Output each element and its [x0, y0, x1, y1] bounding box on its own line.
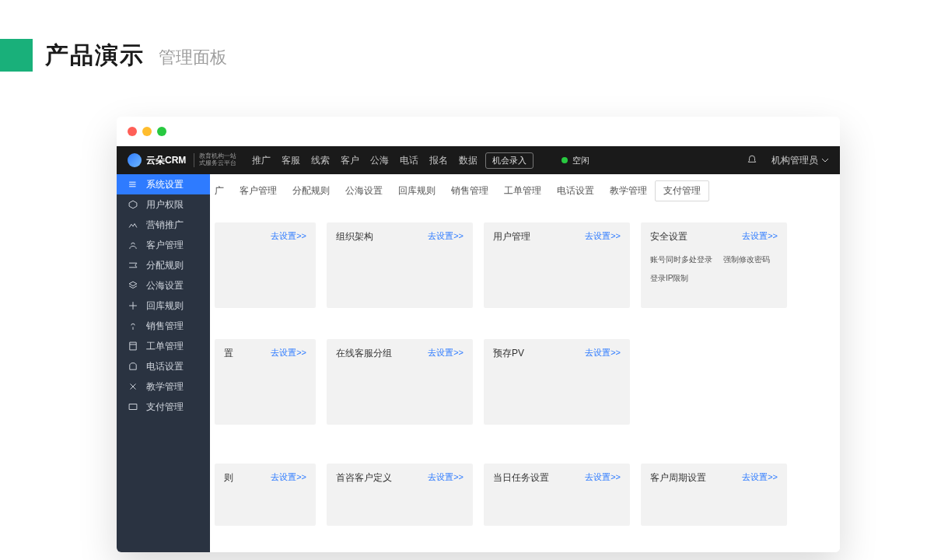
record-button[interactable]: 机会录入 — [485, 152, 533, 169]
sidebar-item-label: 教学管理 — [146, 380, 184, 394]
card-tag: 账号同时多处登录 — [650, 254, 712, 265]
tab-item[interactable]: 公海设置 — [338, 181, 390, 201]
sidebar-item-label: 客户管理 — [146, 239, 184, 252]
card-title: 组织架构 — [336, 230, 373, 243]
user-name: 机构管理员 — [771, 154, 818, 167]
sidebar-item-label: 用户权限 — [146, 198, 184, 212]
go-settings-link[interactable]: 去设置>> — [742, 471, 778, 483]
tab-item[interactable]: 回库规则 — [390, 181, 443, 201]
sidebar-item[interactable]: 电话设置 — [117, 356, 210, 376]
logo-text: 云朵CRM — [146, 154, 186, 167]
tab-item[interactable]: 分配规则 — [285, 181, 338, 201]
tab-row: 广客户管理分配规则公海设置回库规则销售管理工单管理电话设置教学管理支付管理 — [215, 174, 827, 208]
tab-item[interactable]: 客户管理 — [232, 181, 285, 201]
go-settings-link[interactable]: 去设置>> — [271, 347, 306, 359]
sidebar-item[interactable]: 公海设置 — [117, 275, 210, 296]
sidebar-item[interactable]: 支付管理 — [117, 397, 210, 417]
sidebar-item-label: 回库规则 — [146, 299, 184, 313]
sidebar-item-label: 销售管理 — [146, 320, 184, 333]
settings-card: 在线客服分组去设置>> — [327, 339, 473, 425]
sidebar-icon — [128, 219, 138, 230]
tab-item[interactable]: 电话设置 — [549, 181, 602, 201]
topnav-item[interactable]: 公海 — [370, 154, 389, 167]
topnav-item[interactable]: 线索 — [311, 154, 330, 167]
settings-card: 首咨客户定义去设置>> — [327, 464, 473, 526]
sidebar-item[interactable]: 工单管理 — [117, 336, 210, 356]
sidebar-item[interactable]: 系统设置 — [117, 174, 210, 194]
bell-icon[interactable] — [747, 155, 757, 166]
tab-item[interactable]: 支付管理 — [655, 180, 709, 201]
chevron-down-icon — [821, 156, 829, 164]
sidebar-icon — [128, 401, 138, 412]
close-icon[interactable] — [128, 127, 137, 136]
sidebar-icon — [128, 199, 138, 210]
topnav-item[interactable]: 客服 — [282, 154, 300, 167]
sidebar-item[interactable]: 客户管理 — [117, 235, 210, 255]
sidebar-item[interactable]: 教学管理 — [117, 376, 210, 397]
settings-card: 安全设置去设置>>账号同时多处登录强制修改密码登录IP限制 — [641, 222, 787, 308]
page-title: 产品演示 — [45, 40, 145, 72]
user-menu[interactable]: 机构管理员 — [771, 154, 829, 167]
sidebar-icon — [128, 240, 138, 250]
sidebar-icon — [128, 381, 138, 392]
top-bar: 云朵CRM 教育机构一站 式服务云平台 推广客服线索客户公海电话报名数据 机会录… — [117, 146, 840, 174]
card-title: 首咨客户定义 — [336, 471, 392, 485]
go-settings-link[interactable]: 去设置>> — [271, 471, 306, 483]
settings-card: 组织架构去设置>> — [327, 222, 473, 308]
main-content: 广客户管理分配规则公海设置回库规则销售管理工单管理电话设置教学管理支付管理 去设… — [210, 174, 840, 552]
topnav-item[interactable]: 推广 — [252, 154, 271, 167]
go-settings-link[interactable]: 去设置>> — [428, 471, 464, 483]
go-settings-link[interactable]: 去设置>> — [428, 347, 464, 359]
go-settings-link[interactable]: 去设置>> — [428, 230, 464, 242]
sidebar-item-label: 公海设置 — [146, 279, 184, 292]
sidebar-item[interactable]: 分配规则 — [117, 255, 210, 275]
sidebar-item[interactable]: 用户权限 — [117, 194, 210, 215]
go-settings-link[interactable]: 去设置>> — [585, 230, 621, 242]
sidebar-icon — [128, 260, 138, 271]
tab-item[interactable]: 销售管理 — [443, 181, 496, 201]
topnav-item[interactable]: 电话 — [400, 154, 418, 167]
sidebar-item[interactable]: 营销推广 — [117, 215, 210, 235]
card-tag: 登录IP限制 — [650, 273, 688, 284]
tab-item[interactable]: 工单管理 — [496, 181, 549, 201]
tab-item[interactable]: 广 — [215, 181, 232, 201]
settings-card: 用户管理去设置>> — [484, 222, 630, 308]
settings-card: 预存PV去设置>> — [484, 339, 630, 425]
card-title: 在线客服分组 — [336, 347, 392, 360]
tab-item[interactable]: 教学管理 — [602, 181, 655, 201]
accent-square — [0, 39, 33, 72]
topnav-item[interactable]: 报名 — [429, 154, 448, 167]
sidebar-item-label: 支付管理 — [146, 401, 184, 414]
maximize-icon[interactable] — [157, 127, 166, 136]
card-title: 预存PV — [493, 347, 524, 360]
go-settings-link[interactable]: 去设置>> — [585, 347, 621, 359]
sidebar-icon — [128, 179, 138, 190]
sidebar: 系统设置用户权限营销推广客户管理分配规则公海设置回库规则销售管理工单管理电话设置… — [117, 174, 210, 552]
card-title: 客户周期设置 — [650, 471, 706, 485]
status-text: 空闲 — [572, 155, 589, 166]
status-indicator: 空闲 — [561, 155, 589, 166]
sidebar-item[interactable]: 销售管理 — [117, 316, 210, 336]
settings-card: 客户周期设置去设置>> — [641, 464, 787, 526]
settings-card: 当日任务设置去设置>> — [484, 464, 630, 526]
sidebar-icon — [128, 341, 138, 352]
sidebar-item-label: 工单管理 — [146, 340, 184, 353]
minimize-icon[interactable] — [142, 127, 152, 136]
card-tag: 强制修改密码 — [723, 254, 770, 265]
settings-card: 则去设置>> — [215, 464, 316, 526]
sidebar-item-label: 系统设置 — [146, 178, 184, 191]
card-title: 当日任务设置 — [493, 471, 549, 485]
card-title: 用户管理 — [493, 230, 530, 243]
card-title: 安全设置 — [650, 230, 687, 243]
topnav-item[interactable]: 数据 — [459, 154, 477, 167]
go-settings-link[interactable]: 去设置>> — [271, 230, 306, 242]
settings-card: 置去设置>> — [215, 339, 316, 425]
topnav-item[interactable]: 客户 — [341, 154, 359, 167]
logo-icon — [128, 153, 142, 167]
go-settings-link[interactable]: 去设置>> — [742, 230, 778, 242]
go-settings-link[interactable]: 去设置>> — [585, 471, 621, 483]
sidebar-item-label: 分配规则 — [146, 259, 184, 272]
sidebar-icon — [128, 280, 138, 291]
sidebar-item[interactable]: 回库规则 — [117, 296, 210, 316]
app-window: 云朵CRM 教育机构一站 式服务云平台 推广客服线索客户公海电话报名数据 机会录… — [117, 117, 840, 552]
